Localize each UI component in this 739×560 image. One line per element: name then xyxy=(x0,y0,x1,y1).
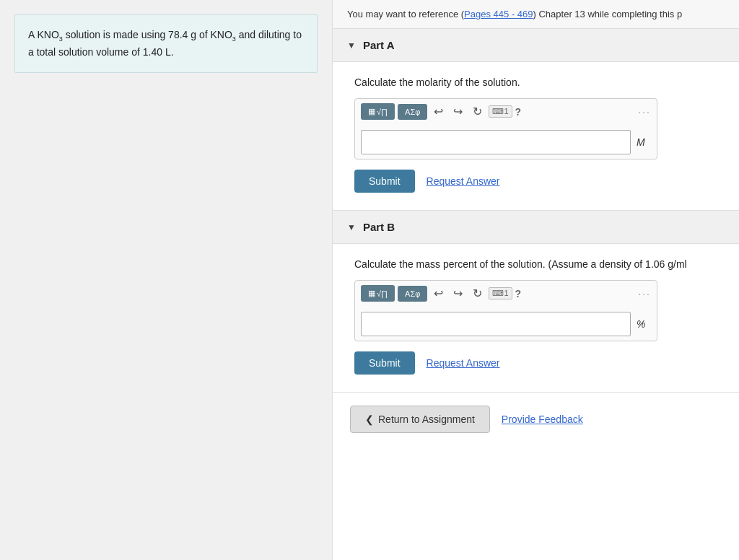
part-b-redo-button[interactable]: ↪ xyxy=(450,285,466,302)
part-a-dots: ··· xyxy=(638,106,651,118)
part-a-input-row: M xyxy=(361,130,651,154)
part-b-content: Calculate the mass percent of the soluti… xyxy=(333,244,739,393)
part-b-dots: ··· xyxy=(638,288,651,299)
part-a-undo-button[interactable]: ↩ xyxy=(430,103,447,120)
part-b-help-label[interactable]: ? xyxy=(515,288,522,299)
reference-link[interactable]: Pages 445 - 469 xyxy=(464,9,533,19)
part-b-action-row: Submit Request Answer xyxy=(354,351,717,375)
part-a-math-button[interactable]: ▦ √∏ xyxy=(361,103,395,120)
part-a-refresh-button[interactable]: ↻ xyxy=(469,103,486,120)
part-a-answer-box: ▦ √∏ ΑΣφ ↩ ↪ ↻ ⌨1 ? ··· M xyxy=(354,98,657,159)
return-chevron-icon: ❮ xyxy=(365,414,374,425)
part-a-action-row: Submit Request Answer xyxy=(354,170,717,193)
part-a-request-answer-button[interactable]: Request Answer xyxy=(427,175,500,187)
part-b-input[interactable] xyxy=(361,312,631,336)
part-b-toolbar: ▦ √∏ ΑΣφ ↩ ↪ ↻ ⌨1 ? ··· xyxy=(361,285,651,306)
problem-statement: A KNO3 solution is made using 78.4 g of … xyxy=(14,14,318,73)
part-b-math-button[interactable]: ▦ √∏ xyxy=(361,285,395,302)
part-a-section: ▼ Part A Calculate the molarity of the s… xyxy=(333,29,739,211)
part-b-matrix-icon: ▦ xyxy=(368,289,375,298)
part-a-input[interactable] xyxy=(361,130,631,154)
part-b-request-answer-button[interactable]: Request Answer xyxy=(427,357,500,369)
part-a-redo-button[interactable]: ↪ xyxy=(450,103,466,120)
part-a-greek-button[interactable]: ΑΣφ xyxy=(398,104,427,120)
return-label: Return to Assignment xyxy=(378,414,475,425)
part-a-collapse-arrow[interactable]: ▼ xyxy=(347,40,356,51)
part-b-section: ▼ Part B Calculate the mass percent of t… xyxy=(333,211,739,393)
part-a-keyboard-label: ⌨1 xyxy=(489,105,512,118)
part-a-toolbar: ▦ √∏ ΑΣφ ↩ ↪ ↻ ⌨1 ? ··· xyxy=(361,103,651,124)
part-b-question: Calculate the mass percent of the soluti… xyxy=(354,258,717,270)
part-b-refresh-button[interactable]: ↻ xyxy=(469,285,486,302)
part-b-unit: % xyxy=(637,318,651,330)
part-a-unit: M xyxy=(637,136,651,148)
part-b-header[interactable]: ▼ Part B xyxy=(333,211,739,244)
part-b-submit-button[interactable]: Submit xyxy=(354,351,415,375)
part-a-header[interactable]: ▼ Part A xyxy=(333,29,739,62)
part-b-label: Part B xyxy=(363,221,395,233)
part-a-content: Calculate the molarity of the solution. … xyxy=(333,62,739,211)
part-b-undo-button[interactable]: ↩ xyxy=(430,285,447,302)
part-b-input-row: % xyxy=(361,312,651,336)
part-a-matrix-icon: ▦ xyxy=(368,107,375,116)
right-panel: You may want to reference (Pages 445 - 4… xyxy=(332,0,739,560)
footer-bar: ❮ Return to Assignment Provide Feedback xyxy=(333,393,739,446)
part-b-keyboard-label: ⌨1 xyxy=(489,287,512,299)
part-b-answer-box: ▦ √∏ ΑΣφ ↩ ↪ ↻ ⌨1 ? ··· % xyxy=(354,280,657,341)
part-a-question: Calculate the molarity of the solution. xyxy=(354,76,717,88)
provide-feedback-button[interactable]: Provide Feedback xyxy=(502,414,583,425)
part-b-collapse-arrow[interactable]: ▼ xyxy=(347,222,356,232)
left-panel: A KNO3 solution is made using 78.4 g of … xyxy=(0,0,332,560)
part-a-label: Part A xyxy=(363,39,395,51)
part-b-greek-button[interactable]: ΑΣφ xyxy=(398,286,427,302)
part-a-help-label[interactable]: ? xyxy=(515,106,522,118)
reference-bar: You may want to reference (Pages 445 - 4… xyxy=(333,0,739,29)
part-a-submit-button[interactable]: Submit xyxy=(354,170,415,193)
return-to-assignment-button[interactable]: ❮ Return to Assignment xyxy=(350,406,490,433)
